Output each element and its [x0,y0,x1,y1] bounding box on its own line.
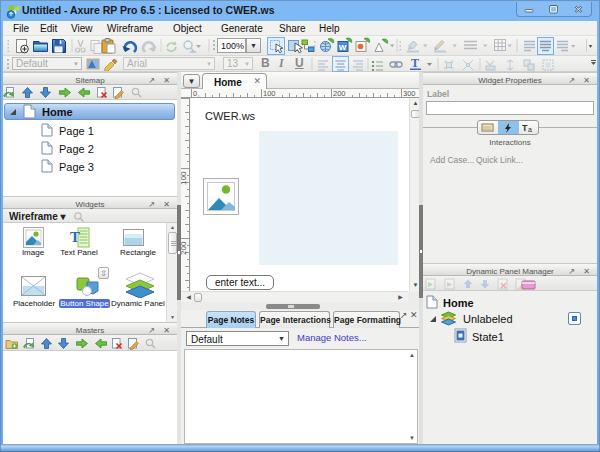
svg-text:200: 200 [181,241,188,255]
svg-text:W: W [339,43,347,52]
svg-text:a: a [528,126,532,133]
svg-text:0: 0 [193,89,197,98]
svg-text:100: 100 [181,171,188,185]
svg-text:T: T [70,229,80,245]
svg-text:200: 200 [333,89,346,98]
svg-text:300: 300 [403,89,416,98]
svg-text:100: 100 [263,89,276,98]
svg-text:T: T [411,56,419,70]
